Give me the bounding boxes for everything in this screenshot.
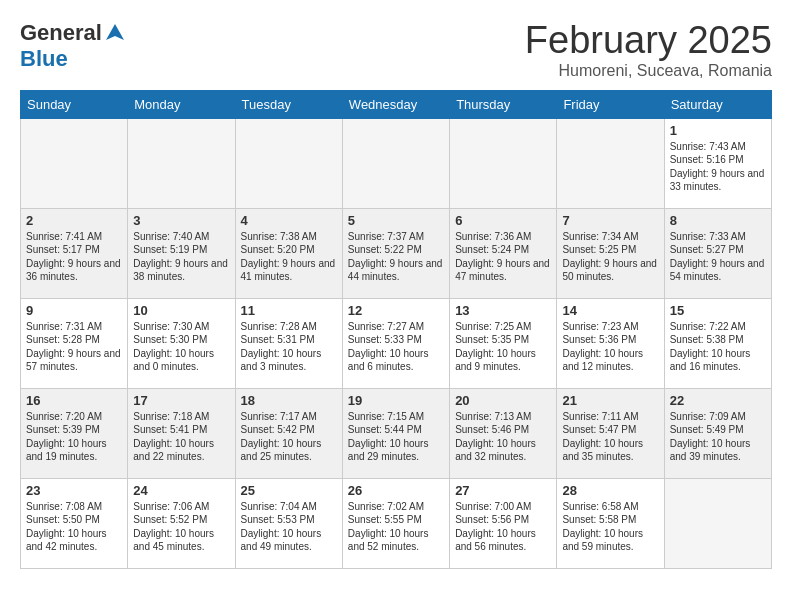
calendar-table: SundayMondayTuesdayWednesdayThursdayFrid…	[20, 90, 772, 569]
calendar-cell: 25Sunrise: 7:04 AMSunset: 5:53 PMDayligh…	[235, 478, 342, 568]
calendar-cell: 13Sunrise: 7:25 AMSunset: 5:35 PMDayligh…	[450, 298, 557, 388]
day-number: 2	[26, 213, 122, 228]
day-info: Sunrise: 7:43 AMSunset: 5:16 PMDaylight:…	[670, 140, 766, 194]
day-info: Sunrise: 7:22 AMSunset: 5:38 PMDaylight:…	[670, 320, 766, 374]
logo-general-text: General	[20, 20, 102, 46]
calendar-cell: 6Sunrise: 7:36 AMSunset: 5:24 PMDaylight…	[450, 208, 557, 298]
calendar-cell: 4Sunrise: 7:38 AMSunset: 5:20 PMDaylight…	[235, 208, 342, 298]
day-number: 12	[348, 303, 444, 318]
day-info: Sunrise: 7:33 AMSunset: 5:27 PMDaylight:…	[670, 230, 766, 284]
weekday-header-wednesday: Wednesday	[342, 90, 449, 118]
day-number: 13	[455, 303, 551, 318]
day-info: Sunrise: 7:36 AMSunset: 5:24 PMDaylight:…	[455, 230, 551, 284]
calendar-cell: 20Sunrise: 7:13 AMSunset: 5:46 PMDayligh…	[450, 388, 557, 478]
day-number: 18	[241, 393, 337, 408]
week-row-4: 16Sunrise: 7:20 AMSunset: 5:39 PMDayligh…	[21, 388, 772, 478]
day-number: 10	[133, 303, 229, 318]
day-number: 22	[670, 393, 766, 408]
calendar-cell: 15Sunrise: 7:22 AMSunset: 5:38 PMDayligh…	[664, 298, 771, 388]
week-row-2: 2Sunrise: 7:41 AMSunset: 5:17 PMDaylight…	[21, 208, 772, 298]
week-row-1: 1Sunrise: 7:43 AMSunset: 5:16 PMDaylight…	[21, 118, 772, 208]
weekday-header-row: SundayMondayTuesdayWednesdayThursdayFrid…	[21, 90, 772, 118]
day-number: 16	[26, 393, 122, 408]
day-info: Sunrise: 7:34 AMSunset: 5:25 PMDaylight:…	[562, 230, 658, 284]
day-number: 7	[562, 213, 658, 228]
day-info: Sunrise: 7:38 AMSunset: 5:20 PMDaylight:…	[241, 230, 337, 284]
calendar-cell: 17Sunrise: 7:18 AMSunset: 5:41 PMDayligh…	[128, 388, 235, 478]
calendar-cell	[342, 118, 449, 208]
day-number: 24	[133, 483, 229, 498]
day-info: Sunrise: 7:09 AMSunset: 5:49 PMDaylight:…	[670, 410, 766, 464]
day-info: Sunrise: 7:25 AMSunset: 5:35 PMDaylight:…	[455, 320, 551, 374]
day-number: 17	[133, 393, 229, 408]
day-number: 20	[455, 393, 551, 408]
calendar-cell	[450, 118, 557, 208]
day-info: Sunrise: 7:11 AMSunset: 5:47 PMDaylight:…	[562, 410, 658, 464]
day-info: Sunrise: 7:00 AMSunset: 5:56 PMDaylight:…	[455, 500, 551, 554]
calendar-cell: 21Sunrise: 7:11 AMSunset: 5:47 PMDayligh…	[557, 388, 664, 478]
calendar-cell: 10Sunrise: 7:30 AMSunset: 5:30 PMDayligh…	[128, 298, 235, 388]
calendar-cell: 16Sunrise: 7:20 AMSunset: 5:39 PMDayligh…	[21, 388, 128, 478]
day-number: 11	[241, 303, 337, 318]
day-number: 15	[670, 303, 766, 318]
calendar-cell: 28Sunrise: 6:58 AMSunset: 5:58 PMDayligh…	[557, 478, 664, 568]
day-info: Sunrise: 7:27 AMSunset: 5:33 PMDaylight:…	[348, 320, 444, 374]
day-number: 14	[562, 303, 658, 318]
calendar-cell: 27Sunrise: 7:00 AMSunset: 5:56 PMDayligh…	[450, 478, 557, 568]
calendar-cell: 18Sunrise: 7:17 AMSunset: 5:42 PMDayligh…	[235, 388, 342, 478]
weekday-header-saturday: Saturday	[664, 90, 771, 118]
day-info: Sunrise: 7:28 AMSunset: 5:31 PMDaylight:…	[241, 320, 337, 374]
day-info: Sunrise: 7:37 AMSunset: 5:22 PMDaylight:…	[348, 230, 444, 284]
day-info: Sunrise: 7:31 AMSunset: 5:28 PMDaylight:…	[26, 320, 122, 374]
day-info: Sunrise: 7:30 AMSunset: 5:30 PMDaylight:…	[133, 320, 229, 374]
calendar-cell: 1Sunrise: 7:43 AMSunset: 5:16 PMDaylight…	[664, 118, 771, 208]
day-info: Sunrise: 7:06 AMSunset: 5:52 PMDaylight:…	[133, 500, 229, 554]
day-number: 28	[562, 483, 658, 498]
calendar-cell: 11Sunrise: 7:28 AMSunset: 5:31 PMDayligh…	[235, 298, 342, 388]
svg-marker-0	[106, 24, 124, 40]
weekday-header-monday: Monday	[128, 90, 235, 118]
calendar-cell: 8Sunrise: 7:33 AMSunset: 5:27 PMDaylight…	[664, 208, 771, 298]
day-info: Sunrise: 7:41 AMSunset: 5:17 PMDaylight:…	[26, 230, 122, 284]
calendar-cell: 23Sunrise: 7:08 AMSunset: 5:50 PMDayligh…	[21, 478, 128, 568]
day-number: 8	[670, 213, 766, 228]
page-header: General Blue February 2025 Humoreni, Suc…	[20, 20, 772, 80]
logo-icon	[104, 22, 126, 44]
weekday-header-tuesday: Tuesday	[235, 90, 342, 118]
logo-blue-text: Blue	[20, 46, 68, 72]
week-row-3: 9Sunrise: 7:31 AMSunset: 5:28 PMDaylight…	[21, 298, 772, 388]
calendar-cell: 12Sunrise: 7:27 AMSunset: 5:33 PMDayligh…	[342, 298, 449, 388]
calendar-cell	[557, 118, 664, 208]
day-number: 23	[26, 483, 122, 498]
day-info: Sunrise: 7:02 AMSunset: 5:55 PMDaylight:…	[348, 500, 444, 554]
day-info: Sunrise: 7:18 AMSunset: 5:41 PMDaylight:…	[133, 410, 229, 464]
day-info: Sunrise: 6:58 AMSunset: 5:58 PMDaylight:…	[562, 500, 658, 554]
day-number: 6	[455, 213, 551, 228]
day-number: 26	[348, 483, 444, 498]
day-number: 25	[241, 483, 337, 498]
day-number: 19	[348, 393, 444, 408]
day-info: Sunrise: 7:15 AMSunset: 5:44 PMDaylight:…	[348, 410, 444, 464]
calendar-cell: 2Sunrise: 7:41 AMSunset: 5:17 PMDaylight…	[21, 208, 128, 298]
calendar-cell: 24Sunrise: 7:06 AMSunset: 5:52 PMDayligh…	[128, 478, 235, 568]
day-number: 9	[26, 303, 122, 318]
day-info: Sunrise: 7:23 AMSunset: 5:36 PMDaylight:…	[562, 320, 658, 374]
day-info: Sunrise: 7:40 AMSunset: 5:19 PMDaylight:…	[133, 230, 229, 284]
day-number: 27	[455, 483, 551, 498]
calendar-cell	[21, 118, 128, 208]
month-year: February 2025	[525, 20, 772, 62]
calendar-cell	[128, 118, 235, 208]
week-row-5: 23Sunrise: 7:08 AMSunset: 5:50 PMDayligh…	[21, 478, 772, 568]
calendar-cell: 9Sunrise: 7:31 AMSunset: 5:28 PMDaylight…	[21, 298, 128, 388]
logo: General Blue	[20, 20, 126, 72]
calendar-cell: 5Sunrise: 7:37 AMSunset: 5:22 PMDaylight…	[342, 208, 449, 298]
day-number: 4	[241, 213, 337, 228]
calendar-cell: 3Sunrise: 7:40 AMSunset: 5:19 PMDaylight…	[128, 208, 235, 298]
day-info: Sunrise: 7:13 AMSunset: 5:46 PMDaylight:…	[455, 410, 551, 464]
weekday-header-friday: Friday	[557, 90, 664, 118]
location: Humoreni, Suceava, Romania	[525, 62, 772, 80]
calendar-cell: 22Sunrise: 7:09 AMSunset: 5:49 PMDayligh…	[664, 388, 771, 478]
weekday-header-sunday: Sunday	[21, 90, 128, 118]
weekday-header-thursday: Thursday	[450, 90, 557, 118]
calendar-cell: 7Sunrise: 7:34 AMSunset: 5:25 PMDaylight…	[557, 208, 664, 298]
